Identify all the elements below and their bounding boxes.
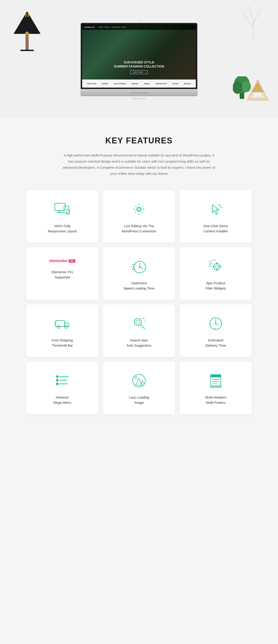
feature-label-free-shipping: Free ShippingThreshold Bar — [52, 338, 73, 348]
speed-icon — [131, 258, 147, 274]
svg-point-14 — [233, 81, 242, 94]
screen-nav-item: ABOUT — [104, 26, 110, 28]
svg-line-7 — [244, 15, 253, 28]
feature-label-mega-menu: AdvanceMega Menu — [53, 395, 71, 405]
deco-lamp-left — [9, 7, 45, 57]
screen-nav-item: HOME — [98, 26, 103, 28]
svg-point-82 — [133, 375, 145, 386]
svg-rect-79 — [56, 383, 58, 385]
svg-line-33 — [221, 207, 223, 208]
multiheader-icon — [208, 373, 224, 388]
screen-nav-item: PRODUCTS — [111, 26, 120, 28]
feature-card-responsive: 100% FullyResponsive Layout — [26, 190, 98, 243]
svg-point-44 — [215, 265, 218, 268]
svg-point-28 — [68, 214, 69, 214]
svg-line-11 — [260, 4, 265, 10]
svg-marker-0 — [13, 11, 41, 34]
svg-rect-48 — [220, 266, 221, 267]
feature-label-delivery: EstimatedDelivery Time — [206, 338, 226, 348]
feature-label-multi-headers: Multi-HeadersMulti-Footers — [205, 395, 226, 405]
svg-rect-75 — [56, 376, 58, 378]
svg-point-57 — [57, 326, 60, 328]
feature-label-ajax-filter: Ajax ProductFilter Widgets — [205, 281, 226, 291]
svg-rect-87 — [211, 374, 221, 377]
brand-item: Salvador — [132, 83, 138, 84]
feature-label-search-ajax: Search AjaxAuto Suggestion — [127, 338, 151, 348]
svg-point-51 — [213, 260, 214, 260]
megamenu-icon — [54, 373, 70, 388]
feature-card-delivery: EstimatedDelivery Time — [180, 304, 252, 357]
svg-rect-56 — [55, 321, 64, 326]
svg-rect-47 — [213, 266, 214, 267]
elementor-text: elementor — [49, 258, 68, 263]
feature-label-responsive: 100% FullyResponsive Layout — [48, 224, 77, 234]
svg-point-50 — [211, 260, 212, 261]
responsive-icon — [54, 202, 70, 217]
svg-rect-24 — [57, 212, 63, 213]
feature-card-live-editing: Live Editing Via TheWordPress Customizer — [103, 190, 175, 243]
deco-branch-right — [240, 1, 267, 43]
feature-card-speed: OptimizedSpeed Loading Time — [103, 247, 175, 300]
settings-icon — [131, 202, 147, 217]
deco-triangles — [251, 81, 265, 95]
svg-line-34 — [220, 207, 221, 208]
lazyimage-icon — [131, 373, 147, 388]
svg-line-35 — [217, 203, 218, 204]
feature-label-one-click: One-Click DemoContent Installer — [203, 224, 228, 234]
svg-rect-46 — [216, 270, 218, 271]
features-grid: 100% FullyResponsive Layout — [26, 190, 252, 414]
search-icon — [131, 316, 147, 332]
laptop-label: MacBook — [80, 97, 198, 100]
feature-card-ajax-filter: Ajax ProductFilter Widgets — [180, 247, 252, 300]
svg-point-49 — [210, 261, 211, 262]
svg-rect-45 — [216, 262, 218, 264]
feature-card-lazy-loading: Lazy LoadingImage — [103, 362, 175, 414]
svg-point-30 — [138, 208, 140, 211]
feature-card-mega-menu: AdvanceMega Menu — [26, 362, 98, 414]
svg-marker-83 — [136, 378, 142, 385]
svg-point-85 — [135, 377, 137, 379]
svg-line-9 — [249, 6, 253, 19]
feature-card-elementor: elementor PRO Elementor ProSupported — [26, 247, 98, 300]
svg-point-62 — [136, 320, 140, 324]
svg-point-58 — [65, 326, 67, 328]
section-title: KEY FEATURES — [18, 136, 260, 146]
elementor-logo-icon: elementor PRO — [54, 258, 70, 263]
shipping-icon — [54, 316, 70, 332]
svg-line-10 — [241, 8, 244, 15]
screen-hero-title: SUN-KISSED STYLESUMMER FASHION COLLECTIO… — [114, 60, 164, 68]
brand-item: BLACK WORLD — [114, 83, 126, 84]
filter-icon — [208, 258, 224, 274]
click-icon — [208, 202, 224, 217]
feature-card-multi-headers: Multi-HeadersMulti-Footers — [180, 362, 252, 414]
feature-label-speed: OptimizedSpeed Loading Time — [123, 281, 155, 291]
svg-line-63 — [141, 325, 145, 329]
screen-shop-button[interactable]: SHOP NOW → — [130, 70, 148, 74]
screen-logo: SUMELUX — [84, 26, 95, 28]
svg-point-2 — [25, 32, 29, 35]
svg-point-65 — [145, 320, 146, 321]
svg-rect-5 — [28, 12, 29, 17]
svg-rect-3 — [20, 50, 34, 51]
brand-item: SHARON THAY — [155, 83, 167, 84]
brand-item: Black world — [87, 83, 96, 84]
svg-rect-1 — [25, 33, 29, 51]
svg-point-52 — [215, 260, 216, 261]
key-features-section: KEY FEATURES A high-performant Multi-Pur… — [0, 118, 278, 428]
svg-point-64 — [143, 318, 144, 319]
svg-rect-91 — [211, 385, 221, 387]
brand-item: LINDSAY — [102, 83, 109, 84]
section-description: A high-performant Multi-Purpose WooComme… — [62, 152, 216, 176]
delivery-icon — [208, 316, 224, 332]
screen-nav-item: BLOG — [122, 26, 126, 28]
feature-card-free-shipping: Free ShippingThreshold Bar — [26, 304, 98, 357]
feature-card-one-click: One-Click DemoContent Installer — [180, 190, 252, 243]
feature-label-lazy-loading: Lazy LoadingImage — [129, 395, 149, 405]
elementor-pro-badge: PRO — [69, 260, 75, 262]
brand-item: Galaxy — [144, 83, 150, 85]
svg-point-43 — [214, 264, 220, 270]
brand-item: MALOEA — [184, 83, 191, 84]
svg-point-66 — [144, 322, 145, 323]
brand-item: Preston — [172, 83, 178, 84]
svg-rect-77 — [56, 379, 58, 382]
